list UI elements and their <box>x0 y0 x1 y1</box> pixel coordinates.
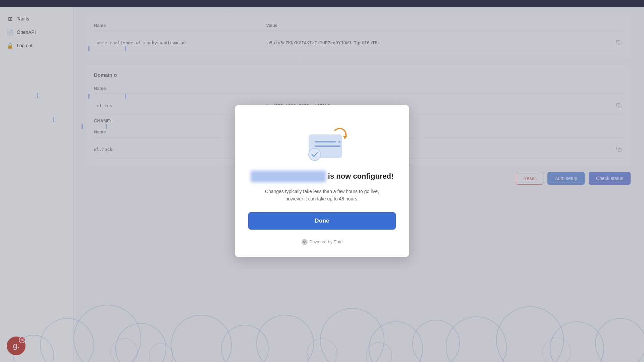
svg-point-25 <box>338 141 340 143</box>
configured-text: is now configured! <box>328 172 394 180</box>
blurred-domain-text: d1234.pathsale.com <box>251 171 326 182</box>
done-button[interactable]: Done <box>248 212 396 230</box>
powered-by-text: Powered by Entri <box>310 239 343 244</box>
modal-overlay: d1234.pathsale.com is now configured! Ch… <box>0 0 644 362</box>
svg-point-27 <box>309 148 321 161</box>
entri-icon: ⚙ <box>302 239 308 245</box>
powered-by-section: ⚙ Powered by Entri <box>302 239 343 245</box>
modal-subtitle: Changes typically take less than a few h… <box>262 188 382 203</box>
modal-title: d1234.pathsale.com is now configured! <box>251 171 394 182</box>
svg-point-26 <box>338 145 340 147</box>
success-illustration <box>295 121 349 161</box>
success-modal: d1234.pathsale.com is now configured! Ch… <box>235 105 409 257</box>
svg-marker-28 <box>343 136 347 138</box>
